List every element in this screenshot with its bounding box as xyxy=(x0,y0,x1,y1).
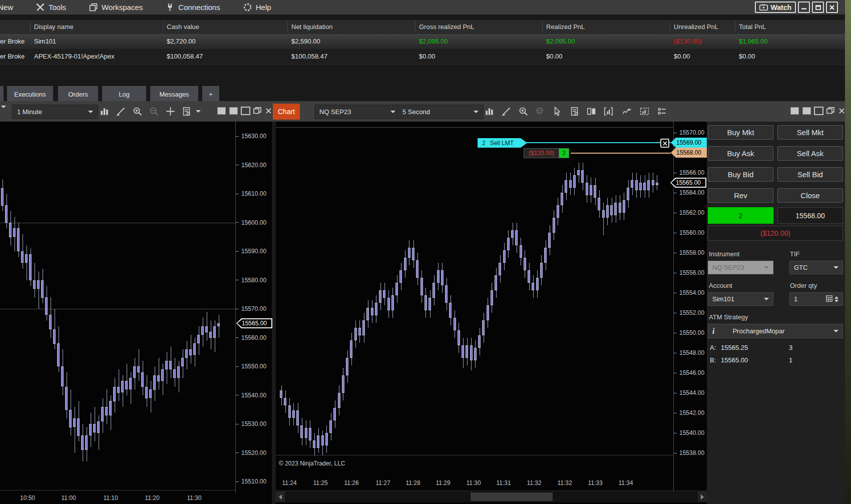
left-price-axis[interactable]: 15630.0015620.0015610.0015600.0015590.00… xyxy=(235,122,272,493)
close-button[interactable]: Close xyxy=(777,188,843,203)
cursor-icon[interactable] xyxy=(551,105,564,118)
data-series-icon[interactable] xyxy=(568,105,581,118)
left-pane-button-2[interactable] xyxy=(228,107,238,115)
bottom-tab-bar: ExecutionsOrdersLogMessages+ xyxy=(0,85,845,101)
column-header[interactable]: Total PnL xyxy=(739,23,766,31)
left-time-axis[interactable]: 10:5011:0011:1011:2011:30 xyxy=(0,494,235,502)
chart-window-tab[interactable]: Chart xyxy=(273,104,300,120)
buy-ask-button[interactable]: Buy Ask xyxy=(708,146,773,161)
left-interval-selector[interactable]: 1 Minute xyxy=(12,105,98,119)
left-maximize-button[interactable] xyxy=(252,107,262,115)
right-pane-button-1[interactable] xyxy=(789,107,799,115)
column-header[interactable]: Gross realized PnL xyxy=(419,23,475,31)
sell-bid-button[interactable]: Sell Bid xyxy=(777,167,843,182)
column-header[interactable]: Cash value xyxy=(167,23,199,31)
zoom-out-icon[interactable] xyxy=(148,105,160,118)
price-tick: 15566.00 xyxy=(674,169,704,177)
sell-limit-order-line[interactable] xyxy=(521,142,671,143)
scroll-right-icon[interactable] xyxy=(698,491,707,502)
scrollbar-thumb[interactable] xyxy=(471,492,553,501)
menu-new[interactable]: New xyxy=(0,3,13,12)
watch-button[interactable]: Watch xyxy=(755,2,796,13)
menu-workspaces[interactable]: Workspaces xyxy=(89,3,143,12)
list-view-icon[interactable] xyxy=(656,105,668,118)
sell-limit-order-label[interactable]: 2 Sell LMT xyxy=(478,138,527,148)
account-row[interactable]: er BrokeAPEX-45179-01!Apex!Apex$100,058.… xyxy=(0,49,845,65)
account-dropdown[interactable]: Sim101 xyxy=(708,292,773,306)
account-cell: $2,095.00 xyxy=(419,38,448,45)
add-tab-button[interactable]: + xyxy=(202,86,219,102)
column-separator[interactable] xyxy=(670,22,670,33)
menu-help[interactable]: Help xyxy=(243,3,271,12)
drawing-tools-icon[interactable] xyxy=(500,105,513,118)
right-pane-button-2[interactable] xyxy=(801,107,811,115)
price-tick: 15540.00 xyxy=(236,391,266,399)
menu-tools[interactable]: Tools xyxy=(36,3,66,12)
right-minimize-button[interactable] xyxy=(813,107,823,115)
left-pane-button-1[interactable] xyxy=(216,107,226,115)
scroll-left-icon[interactable] xyxy=(276,491,285,502)
maximize-button[interactable] xyxy=(812,2,824,13)
left-minimize-button[interactable] xyxy=(240,107,250,115)
buy-bid-button[interactable]: Buy Bid xyxy=(708,167,773,182)
order-qty-input[interactable]: 1 xyxy=(789,292,843,306)
partial-tab[interactable] xyxy=(0,86,4,101)
menu-connections-label: Connections xyxy=(178,3,220,12)
instrument-selector[interactable]: NQ SEP23 xyxy=(314,105,400,119)
data-series-icon[interactable] xyxy=(180,105,193,118)
column-header[interactable]: Display name xyxy=(34,23,74,31)
sell-mkt-button[interactable]: Sell Mkt xyxy=(777,125,843,140)
cancel-order-icon[interactable] xyxy=(660,139,669,148)
tab-executions[interactable]: Executions xyxy=(7,86,53,102)
chart-snapshot-icon[interactable] xyxy=(638,105,651,118)
close-button[interactable] xyxy=(826,2,838,13)
panel-layout-icon[interactable] xyxy=(585,105,598,118)
column-header[interactable]: Unrealized PnL xyxy=(674,23,718,31)
menu-connections[interactable]: Connections xyxy=(166,3,220,12)
calculator-icon[interactable] xyxy=(826,295,832,303)
account-row[interactable]: er BrokeSim101$2,720.00$2,590.00$2,095.0… xyxy=(0,34,845,49)
price-tick: 15554.00 xyxy=(674,289,704,297)
account-cell: $100,058.47 xyxy=(167,53,203,60)
right-maximize-button[interactable] xyxy=(825,107,835,115)
right-time-axis[interactable]: 11:2411:2511:2611:2711:2811:2911:3011:31… xyxy=(276,479,673,487)
tab-messages[interactable]: Messages xyxy=(150,86,198,102)
tab-log[interactable]: Log xyxy=(102,86,146,102)
left-close-button[interactable] xyxy=(263,107,273,115)
qty-stepper[interactable] xyxy=(834,296,838,302)
chart-style-icon[interactable] xyxy=(98,105,111,118)
chart-style-icon[interactable] xyxy=(483,105,496,118)
column-separator[interactable] xyxy=(287,22,288,33)
instrument-dropdown[interactable]: NQ SEP23 xyxy=(708,261,773,274)
chart-region-icon[interactable] xyxy=(602,105,615,118)
column-separator[interactable] xyxy=(163,22,163,33)
crosshair-icon[interactable] xyxy=(164,105,177,118)
clipped-dropdown-chevron-icon[interactable] xyxy=(1,108,6,117)
tab-orders[interactable]: Orders xyxy=(58,86,98,102)
drawing-tools-icon[interactable] xyxy=(115,105,127,118)
column-separator[interactable] xyxy=(735,22,735,33)
buy-mkt-button[interactable]: Buy Mkt xyxy=(708,125,773,140)
more-options-chevron-icon[interactable] xyxy=(194,105,202,118)
column-separator[interactable] xyxy=(415,22,415,33)
tif-dropdown[interactable]: GTC xyxy=(789,261,843,274)
right-price-axis[interactable]: 15570.0015566.0015564.0015562.0015560.00… xyxy=(673,122,707,490)
chart-scrollbar[interactable] xyxy=(276,490,707,502)
rev-button[interactable]: Rev xyxy=(708,188,773,203)
column-header[interactable]: Net liquidation xyxy=(291,23,332,31)
column-separator[interactable] xyxy=(30,22,31,33)
account-cell: $0.00 xyxy=(419,53,436,60)
column-separator[interactable] xyxy=(542,22,543,33)
workspaces-icon xyxy=(89,3,98,12)
column-header[interactable]: Realized PnL xyxy=(546,23,585,31)
sell-ask-button[interactable]: Sell Ask xyxy=(777,146,843,161)
signature-tool-icon[interactable] xyxy=(621,105,633,118)
position-pnl-tag[interactable]: ($120.00) 2 xyxy=(524,148,569,158)
zoom-in-icon[interactable] xyxy=(517,105,530,118)
right-interval-selector[interactable]: 5 Second xyxy=(397,105,484,119)
atm-strategy-dropdown[interactable]: i ProchargedMopar xyxy=(708,324,843,338)
zoom-in-icon[interactable] xyxy=(131,105,144,118)
titlebar: New Tools Workspaces Connections Help Wa… xyxy=(0,0,845,15)
zoom-out-icon[interactable] xyxy=(534,105,547,118)
minimize-button[interactable] xyxy=(798,2,810,13)
